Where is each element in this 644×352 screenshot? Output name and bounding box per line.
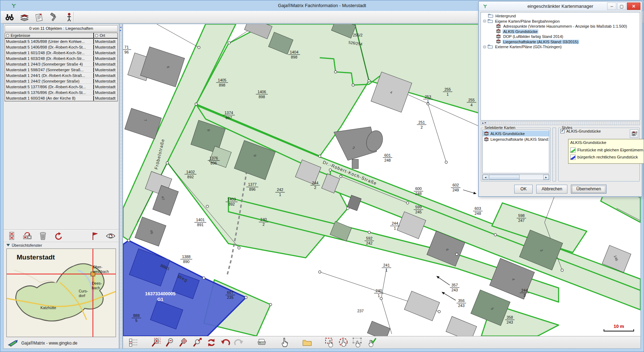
select-hand-rect-icon[interactable]	[324, 337, 335, 347]
result-row[interactable]: Musterstadt 1 603/248 (Dr.-Robert-Koch-S…	[5, 56, 117, 61]
pointer-hand-icon[interactable]	[279, 337, 290, 347]
overview-map-canvas[interactable]: Musterstadt Ober-weißbachDees-bachCurs-d…	[7, 249, 116, 337]
ort-cell[interactable]: Musterstadt	[94, 45, 117, 50]
result-row[interactable]: Musterstadt 1 600/248 (An der Kirche 8)M…	[5, 95, 117, 101]
selected-map-row[interactable]: ALKIS Grundstücke	[483, 131, 549, 136]
column-header-ort[interactable]: Ort	[94, 33, 117, 38]
zoom-select-icon[interactable]	[192, 337, 203, 347]
collapse-triangle-icon[interactable]	[6, 244, 10, 246]
result-cell[interactable]: Musterstadt 5 1377/896 (Dr.-Robert-Koch-…	[5, 84, 94, 89]
ort-cell[interactable]: Musterstadt	[94, 62, 117, 67]
ort-cell[interactable]: Musterstadt	[94, 50, 117, 55]
result-cell[interactable]: Musterstadt 5 1406/898 (Dr.-Robert-Koch-…	[5, 45, 94, 50]
tree-item[interactable]: ALKIS Grundstücke	[482, 29, 640, 34]
result-cell[interactable]: Musterstadt 5 1376/896 (Dr.-Robert-Koch-…	[5, 90, 94, 95]
redo-icon[interactable]	[234, 337, 244, 347]
radio-icon[interactable]	[6, 34, 9, 37]
tree-item-label[interactable]: Externe Karten/Pläne (GDI-Thüringen)	[494, 45, 562, 49]
gps-person-icon[interactable]	[64, 12, 74, 22]
radio-icon[interactable]	[95, 34, 98, 37]
overview-section-header[interactable]: Übersichtsfenster	[4, 242, 119, 248]
tree-item[interactable]: Adresspunkte (Verortete Hausnummern - An…	[482, 24, 640, 29]
result-row[interactable]: Musterstadt 1 244/3 (Sonneberger Straße …	[5, 61, 117, 67]
zoom-out-icon[interactable]	[165, 337, 175, 347]
trash-icon[interactable]	[38, 231, 48, 241]
print-icon[interactable]	[256, 337, 267, 347]
select-hand-circle-icon[interactable]	[338, 337, 349, 347]
result-cell[interactable]: Musterstadt 1 601/248 (Dr.-Robert-Koch-S…	[5, 50, 94, 55]
legend-list-icon[interactable]	[128, 337, 139, 347]
result-cell[interactable]: Musterstadt 5 1405/898 (Unter dem Kohlwe…	[5, 39, 94, 44]
tree-item[interactable]: Hintergrund	[482, 13, 640, 19]
result-row[interactable]: Musterstadt 1 244/1 (Dr.-Robert-Koch-Str…	[5, 73, 117, 78]
result-cell[interactable]: Musterstadt 1 598/247 (Sonneberger Straß…	[5, 67, 94, 72]
result-cell[interactable]: Musterstadt 1 603/248 (Dr.-Robert-Koch-S…	[5, 56, 94, 61]
result-cell[interactable]: Musterstadt 1 244/3 (Sonneberger Straße …	[5, 62, 94, 67]
result-cell[interactable]: Musterstadt 1 244/1 (Dr.-Robert-Koch-Str…	[5, 73, 94, 78]
apply-button[interactable]: Übernehmen	[571, 185, 606, 194]
tree-item[interactable]: Liegenschaftskarte (ALKIS Stand: 03/2015…	[482, 39, 640, 45]
manager-splitter[interactable]: ▲▼	[481, 121, 640, 125]
result-row[interactable]: Musterstadt 1 244/2 (Sonneberger Straße)…	[5, 78, 117, 84]
vertical-scrollbar[interactable]	[553, 128, 556, 181]
kartenmanager-titlebar[interactable]: eingeschränkter Kartenmanager – ▢ ✕	[479, 1, 642, 11]
ort-cell[interactable]: Musterstadt	[94, 39, 117, 44]
ort-cell[interactable]: Musterstadt	[94, 56, 117, 61]
tree-item[interactable]: Externe Karten/Pläne (GDI-Thüringen)	[482, 44, 640, 50]
visibility-eye-icon[interactable]	[105, 231, 116, 241]
column-header-ergebnisse[interactable]: Ergebnisse	[5, 33, 94, 38]
scroll-left-icon[interactable]: ◄	[483, 175, 488, 180]
tree-item-label[interactable]: ALKIS Grundstücke	[503, 29, 538, 34]
tools-hammer-icon[interactable]	[49, 12, 60, 22]
flag-icon[interactable]	[90, 231, 100, 241]
ort-cell[interactable]: Musterstadt	[94, 79, 117, 84]
result-cell[interactable]: Musterstadt 1 244/2 (Sonneberger Straße)	[5, 79, 94, 84]
results-count-button[interactable]: 0 von 11 Objekten : Liegenschaften	[5, 25, 118, 32]
tree-item-label[interactable]: Eigene Karten/Pläne Bergbahnregion	[494, 19, 560, 23]
tree-item[interactable]: DOP (Luftbilder farbig Stand 2014)	[482, 34, 640, 39]
select-region-icon[interactable]	[352, 337, 363, 347]
report-clipboard-icon[interactable]	[34, 12, 45, 22]
result-row[interactable]: Musterstadt 5 1377/896 (Dr.-Robert-Koch-…	[5, 84, 117, 90]
undo-icon[interactable]	[220, 337, 231, 347]
ort-cell[interactable]: Musterstadt	[94, 73, 117, 78]
ort-cell[interactable]: Musterstadt	[94, 67, 117, 72]
ort-cell[interactable]: Musterstadt	[94, 90, 117, 95]
result-cell[interactable]: Musterstadt 1 600/248 (An der Kirche 8)	[5, 96, 94, 101]
tree-item-label[interactable]: DOP (Luftbilder farbig Stand 2014)	[503, 34, 564, 39]
scroll-right-icon[interactable]: ►	[543, 175, 549, 180]
result-row[interactable]: Musterstadt 5 1406/898 (Dr.-Robert-Koch-…	[5, 44, 117, 50]
zoom-pan-icon[interactable]	[178, 337, 189, 347]
zoom-in-icon[interactable]	[151, 337, 161, 347]
result-row[interactable]: Musterstadt 5 1405/898 (Unter dem Kohlwe…	[5, 39, 117, 44]
tree-expand-icon[interactable]	[483, 45, 486, 49]
delete-all-icon[interactable]	[6, 231, 17, 241]
tree-item-label[interactable]: Liegenschaftskarte (ALKIS Stand: 03/2015…	[503, 40, 579, 44]
minimize-icon[interactable]: –	[607, 2, 616, 10]
splitter-buttons[interactable]: ▲▼	[482, 122, 487, 124]
ort-cell[interactable]: Musterstadt	[94, 96, 117, 101]
panel-splitter[interactable]: ◂▸	[119, 24, 123, 349]
close-icon[interactable]: ✕	[627, 2, 640, 10]
maximize-icon[interactable]: ▢	[617, 2, 626, 10]
result-row[interactable]: Musterstadt 1 598/247 (Sonneberger Straß…	[5, 67, 117, 73]
scroll-thumb[interactable]	[489, 175, 520, 180]
overview-map[interactable]: Musterstadt Ober-weißbachDees-bachCurs-d…	[6, 248, 116, 337]
selected-map-row[interactable]: Liegenschaftskarte (ALKIS Stand: 0	[483, 136, 549, 142]
cancel-button[interactable]: Abbrechen	[536, 185, 567, 194]
splitter-arrow-icon[interactable]: ◂▸	[120, 26, 121, 32]
tree-item-label[interactable]: Adresspunkte (Verortete Hausnummern - An…	[503, 24, 628, 28]
replace-selection-icon[interactable]	[22, 231, 33, 241]
tree-expand-icon[interactable]	[483, 19, 486, 23]
horizontal-scrollbar[interactable]: ◄ ►	[482, 174, 549, 180]
tree-item[interactable]: Eigene Karten/Pläne Bergbahnregion	[482, 19, 640, 24]
search-binoculars-icon[interactable]	[4, 12, 15, 22]
layers-icon[interactable]	[19, 12, 30, 22]
reset-icon[interactable]	[53, 231, 64, 241]
confirm-check-icon[interactable]	[366, 337, 377, 347]
style-up-icon[interactable]	[630, 129, 638, 138]
folder-icon[interactable]	[302, 337, 312, 347]
refresh-icon[interactable]	[206, 337, 217, 347]
style-checkbox[interactable]	[560, 129, 565, 133]
tree-item-label[interactable]: Hintergrund	[495, 14, 516, 18]
